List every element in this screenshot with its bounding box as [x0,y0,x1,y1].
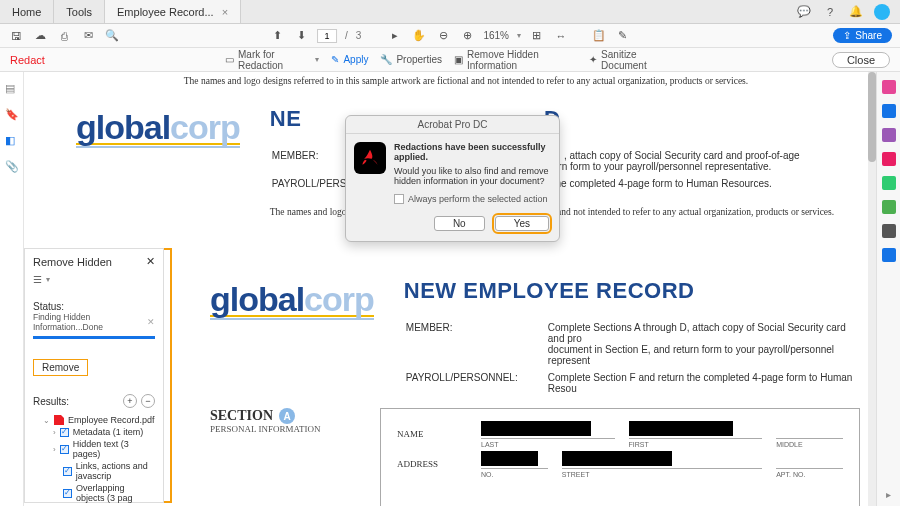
help-icon[interactable]: ? [822,4,838,20]
bookmark-icon[interactable]: 🔖 [5,108,19,122]
share-icon: ⇪ [843,30,851,41]
dialog-checkbox-row[interactable]: Always perform the selected action [346,194,559,210]
scrollbar-thumb[interactable] [868,72,876,162]
email-icon[interactable]: ✉ [80,28,96,44]
results-tree: ⌄Employee Record.pdf ›Metadata (1 item) … [33,414,155,504]
dialog-headline: Redactions have been successfully applie… [394,142,551,162]
collapse-all-icon[interactable]: − [141,394,155,408]
chevron-down-icon[interactable]: ▾ [517,31,521,40]
tool-icon-5[interactable] [882,176,896,190]
scrollbar[interactable] [868,72,876,506]
page-up-icon[interactable]: ⬆ [269,28,285,44]
remove-hidden-info[interactable]: ▣ Remove Hidden Information [454,49,577,71]
sanitize-document[interactable]: ✦ Sanitize Document [589,49,675,71]
tree-file[interactable]: ⌄Employee Record.pdf [33,414,155,426]
member-text: Complete Sections A through D, attach co… [548,320,858,368]
payroll-label: PAYROLL/PERSONNEL: [406,370,546,396]
page-total: 3 [356,30,362,41]
tree-item[interactable]: Overlapping objects (3 pag [33,482,155,504]
redact-title: Redact [10,54,45,66]
chevron-down-icon[interactable]: ▾ [315,55,319,64]
highlight-icon: ▭ [225,54,234,65]
annotate-icon[interactable]: 📋 [591,28,607,44]
chat-icon[interactable]: 💬 [796,4,812,20]
tree-item[interactable]: ›Hidden text (3 pages) [33,438,155,460]
close-redact-button[interactable]: Close [832,52,890,68]
left-nav: ▤ 🔖 ◧ 📎 [0,72,24,506]
checkbox[interactable] [63,489,72,498]
page-down-icon[interactable]: ⬇ [293,28,309,44]
results-label: Results: [33,396,69,407]
expand-all-icon[interactable]: + [123,394,137,408]
tool-icon-4[interactable] [882,152,896,166]
tool-icon-1[interactable] [882,80,896,94]
save-icon[interactable]: 🖫 [8,28,24,44]
fit-icon[interactable]: ⊞ [529,28,545,44]
apply-redactions[interactable]: ✎ Apply [331,54,368,65]
bell-icon[interactable]: 🔔 [848,4,864,20]
close-icon[interactable]: × [222,6,228,18]
checkbox[interactable] [394,194,404,204]
eraser-icon: ▣ [454,54,463,65]
panel-options[interactable]: ☰ ▾ [33,274,155,285]
tab-home[interactable]: Home [0,0,54,23]
close-icon[interactable]: ✕ [146,255,155,268]
search-icon[interactable]: 🔍 [104,28,120,44]
page-sep: / [345,30,348,41]
tab-document-label: Employee Record... [117,6,214,18]
progress-bar [33,336,155,339]
thumbnails-icon[interactable]: ▤ [5,82,19,96]
tool-icon-2[interactable] [882,104,896,118]
layers-icon[interactable]: ◧ [5,134,19,148]
wrench-icon: 🔧 [380,54,392,65]
zoom-out-icon[interactable]: ⊖ [435,28,451,44]
hand-icon[interactable]: ✋ [411,28,427,44]
avatar[interactable] [874,4,890,20]
page-input[interactable] [317,29,337,43]
right-rail: ▸ [876,72,900,506]
tool-icon-6[interactable] [882,200,896,214]
pointer-icon[interactable]: ▸ [387,28,403,44]
tree-item[interactable]: ›Metadata (1 item) [33,426,155,438]
pdf-icon [54,415,64,425]
remove-button[interactable]: Remove [33,359,88,376]
tool-icon-3[interactable] [882,128,896,142]
dialog-checkbox-label: Always perform the selected action [408,194,548,204]
page-2: globalcorp NEW EMPLOYEE RECORD MEMBER: C… [190,268,880,506]
tab-tools[interactable]: Tools [54,0,105,23]
print-icon[interactable]: ⎙ [56,28,72,44]
cancel-icon[interactable]: ✕ [147,317,155,327]
section-badge-a: A [279,408,295,424]
name-label: NAME [397,429,467,439]
checkbox[interactable] [63,467,72,476]
checkbox[interactable] [60,445,69,454]
page-title: NEW EMPLOYEE RECORD [404,278,860,304]
attachment-icon[interactable]: 📎 [5,160,19,174]
checkbox[interactable] [60,428,69,437]
apply-icon: ✎ [331,54,339,65]
share-label: Share [855,30,882,41]
confirmation-dialog: Acrobat Pro DC Redactions have been succ… [345,115,560,242]
fiction-note: The names and logo designs referred to i… [56,72,876,90]
no-button[interactable]: No [434,216,485,231]
mark-for-redaction[interactable]: ▭ Mark for Redaction ▾ [225,49,319,71]
member-label: MEMBER: [406,320,546,368]
yes-button[interactable]: Yes [495,216,549,231]
tool-icon-7[interactable] [882,224,896,238]
collapse-rail-icon[interactable]: ▸ [886,489,891,506]
zoom-value[interactable]: 161% [483,30,509,41]
sign-icon[interactable]: ✎ [615,28,631,44]
redaction-properties[interactable]: 🔧 Properties [380,54,442,65]
share-button[interactable]: ⇪ Share [833,28,892,43]
dialog-title: Acrobat Pro DC [346,116,559,134]
tree-item[interactable]: Links, actions and javascrip [33,460,155,482]
tool-icon-8[interactable] [882,248,896,262]
section-label: SECTION [210,408,273,424]
width-icon[interactable]: ↔ [553,28,569,44]
status-label: Status: [33,301,155,312]
logo: globalcorp [210,286,374,313]
zoom-in-icon[interactable]: ⊕ [459,28,475,44]
tab-document[interactable]: Employee Record... × [105,0,241,23]
cloud-icon[interactable]: ☁ [32,28,48,44]
acrobat-icon [354,142,386,174]
